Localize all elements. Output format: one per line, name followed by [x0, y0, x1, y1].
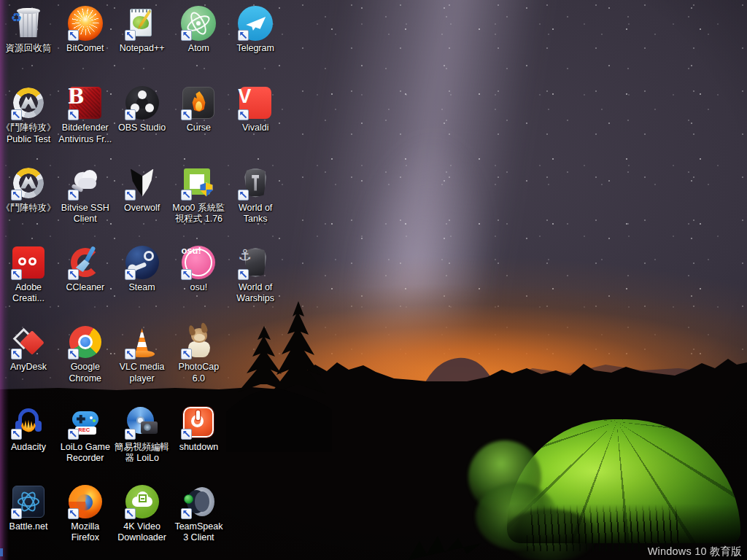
icon-art — [11, 245, 46, 280]
desktop-icon-adobe-cc[interactable]: AdobeCreati... — [0, 245, 57, 305]
icon-art: osu! — [181, 245, 216, 280]
shortcut-arrow-icon — [125, 30, 136, 41]
icon-art — [125, 85, 160, 120]
desktop-icon-shutdown[interactable]: shutdown — [170, 405, 227, 454]
shortcut-arrow-icon — [68, 349, 79, 359]
shortcut-arrow-icon — [181, 109, 192, 120]
shortcut-arrow-icon — [11, 190, 22, 201]
shortcut-arrow-icon — [11, 508, 22, 519]
shortcut-arrow-icon — [11, 269, 22, 280]
icon-art — [125, 166, 160, 201]
shortcut-arrow-icon — [125, 349, 136, 359]
icon-label: TeamSpeak3 Client — [162, 521, 235, 544]
icon-art: B — [68, 85, 103, 120]
icon-art — [11, 324, 46, 359]
shortcut-arrow-icon — [125, 190, 136, 201]
desktop-icon-wot[interactable]: World ofTanks — [227, 166, 284, 225]
icon-art: V — [238, 85, 273, 120]
shortcut-arrow-icon — [238, 269, 249, 280]
icon-art — [68, 324, 103, 359]
icon-art — [181, 324, 216, 359]
desktop-icon-bitdefender[interactable]: B BitdefenderAntivirus Fr... — [57, 85, 114, 145]
shortcut-arrow-icon — [125, 429, 136, 440]
icon-art — [11, 166, 46, 201]
icon-label: shutdown — [162, 442, 235, 454]
icon-art — [68, 484, 103, 519]
shortcut-arrow-icon — [11, 429, 22, 440]
shortcut-arrow-icon — [68, 190, 79, 201]
icon-art — [11, 85, 46, 120]
os-watermark: Windows 10 教育版 — [648, 545, 742, 559]
shortcut-arrow-icon — [238, 109, 249, 120]
icon-art — [68, 6, 103, 41]
desktop-icon-bitvise[interactable]: Bitvise SSHClient — [57, 166, 114, 225]
icon-label: World ofWarships — [219, 282, 292, 305]
shortcut-arrow-icon — [181, 429, 192, 440]
shortcut-arrow-icon — [238, 190, 249, 201]
icon-art: ●REC — [68, 405, 103, 440]
shortcut-arrow-icon — [11, 349, 22, 359]
icon-art — [181, 405, 216, 440]
icon-art — [11, 405, 46, 440]
shortcut-arrow-icon — [68, 30, 79, 41]
shortcut-arrow-icon — [125, 508, 136, 519]
icon-art — [181, 484, 216, 519]
icon-art — [181, 166, 216, 201]
icon-label: Vivaldi — [219, 122, 292, 134]
icon-art — [238, 6, 273, 41]
icon-art — [125, 324, 160, 359]
icon-art — [11, 484, 46, 519]
icon-label: World ofTanks — [219, 203, 292, 225]
icon-art — [238, 166, 273, 201]
icon-art — [125, 6, 160, 41]
shortcut-arrow-icon — [181, 269, 192, 280]
desktop-icon-grid: ♻ 資源回收筒 BitComet Notepad++ Atom — [0, 0, 292, 560]
shortcut-arrow-icon — [181, 30, 192, 41]
icon-label: Telegram — [219, 43, 292, 55]
icon-art: ♻ — [11, 6, 46, 41]
desktop-icon-teamspeak[interactable]: TeamSpeak3 Client — [170, 484, 227, 544]
shortcut-arrow-icon — [125, 269, 136, 280]
desktop-icon-telegram[interactable]: Telegram — [227, 6, 284, 55]
icon-label: PhotoCap6.0 — [162, 362, 235, 384]
shortcut-arrow-icon — [68, 508, 79, 519]
shortcut-arrow-icon — [11, 109, 22, 120]
icon-art — [68, 166, 103, 201]
desktop-icon-photocap[interactable]: PhotoCap6.0 — [170, 324, 227, 384]
shortcut-arrow-icon — [181, 508, 192, 519]
icon-glyph-text: ♻ — [11, 6, 46, 41]
icon-art — [68, 245, 103, 280]
desktop-icon-vivaldi[interactable]: V Vivaldi — [227, 85, 284, 134]
icon-art — [181, 85, 216, 120]
icon-art — [125, 405, 160, 440]
shortcut-arrow-icon — [68, 109, 79, 120]
desktop-icon-loilo-edit[interactable]: 簡易視頻編輯器 LoiLo — [114, 405, 171, 464]
icon-art — [181, 6, 216, 41]
shortcut-arrow-icon — [181, 349, 192, 359]
shortcut-arrow-icon — [68, 429, 79, 440]
icon-art — [125, 484, 160, 519]
shortcut-arrow-icon — [181, 190, 192, 201]
desktop-icon-wows[interactable]: ⚓ World ofWarships — [227, 245, 284, 305]
shortcut-arrow-icon — [68, 269, 79, 280]
shortcut-arrow-icon — [125, 109, 136, 120]
icon-art: ⚓ — [238, 245, 273, 280]
icon-art — [125, 245, 160, 280]
shortcut-arrow-icon — [238, 30, 249, 41]
desktop[interactable]: ♻ 資源回收筒 BitComet Notepad++ Atom — [0, 0, 747, 560]
